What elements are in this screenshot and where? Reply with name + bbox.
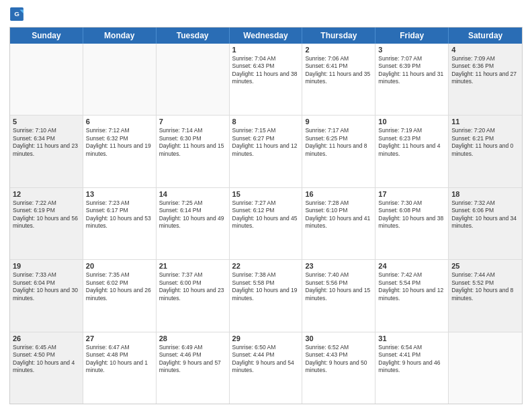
weekday-header-friday: Friday bbox=[375, 28, 449, 44]
cell-info: Sunrise: 7:40 AM Sunset: 5:56 PM Dayligh… bbox=[305, 271, 372, 302]
cell-info: Sunrise: 6:45 AM Sunset: 4:50 PM Dayligh… bbox=[13, 344, 80, 375]
day-cell-8: 8Sunrise: 7:15 AM Sunset: 6:27 PM Daylig… bbox=[230, 116, 303, 187]
cell-info: Sunrise: 7:04 AM Sunset: 6:43 PM Dayligh… bbox=[232, 55, 300, 86]
cell-info: Sunrise: 7:10 AM Sunset: 6:34 PM Dayligh… bbox=[13, 127, 80, 158]
day-cell-1: 1Sunrise: 7:04 AM Sunset: 6:43 PM Daylig… bbox=[230, 44, 303, 115]
calendar-body: 1Sunrise: 7:04 AM Sunset: 6:43 PM Daylig… bbox=[10, 44, 522, 404]
cell-info: Sunrise: 7:12 AM Sunset: 6:32 PM Dayligh… bbox=[86, 127, 153, 158]
day-cell-10: 10Sunrise: 7:19 AM Sunset: 6:23 PM Dayli… bbox=[375, 116, 449, 187]
day-number: 14 bbox=[159, 190, 226, 198]
day-cell-25: 25Sunrise: 7:44 AM Sunset: 5:52 PM Dayli… bbox=[449, 260, 522, 331]
day-number: 11 bbox=[451, 118, 519, 126]
day-cell-15: 15Sunrise: 7:27 AM Sunset: 6:12 PM Dayli… bbox=[230, 188, 303, 259]
day-cell-13: 13Sunrise: 7:23 AM Sunset: 6:17 PM Dayli… bbox=[83, 188, 157, 259]
day-number: 4 bbox=[451, 46, 519, 54]
weekday-header-thursday: Thursday bbox=[302, 28, 375, 44]
calendar: SundayMondayTuesdayWednesdayThursdayFrid… bbox=[9, 27, 523, 404]
calendar-row-4: 26Sunrise: 6:45 AM Sunset: 4:50 PM Dayli… bbox=[10, 332, 522, 404]
cell-info: Sunrise: 6:50 AM Sunset: 4:44 PM Dayligh… bbox=[232, 344, 300, 375]
calendar-row-0: 1Sunrise: 7:04 AM Sunset: 6:43 PM Daylig… bbox=[10, 44, 522, 116]
day-number: 5 bbox=[13, 118, 80, 126]
day-cell-5: 5Sunrise: 7:10 AM Sunset: 6:34 PM Daylig… bbox=[10, 116, 83, 187]
cell-info: Sunrise: 7:30 AM Sunset: 6:08 PM Dayligh… bbox=[378, 199, 445, 230]
weekday-header-tuesday: Tuesday bbox=[157, 28, 230, 44]
day-number: 12 bbox=[13, 190, 80, 198]
day-cell-4: 4Sunrise: 7:09 AM Sunset: 6:36 PM Daylig… bbox=[449, 44, 522, 115]
day-number: 26 bbox=[13, 334, 80, 342]
cell-info: Sunrise: 7:27 AM Sunset: 6:12 PM Dayligh… bbox=[232, 199, 300, 230]
empty-cell bbox=[157, 44, 230, 115]
day-number: 2 bbox=[305, 46, 372, 54]
cell-info: Sunrise: 7:20 AM Sunset: 6:21 PM Dayligh… bbox=[451, 127, 519, 158]
day-number: 7 bbox=[159, 118, 226, 126]
empty-cell bbox=[449, 332, 522, 404]
day-cell-26: 26Sunrise: 6:45 AM Sunset: 4:50 PM Dayli… bbox=[10, 332, 83, 404]
day-cell-30: 30Sunrise: 6:52 AM Sunset: 4:43 PM Dayli… bbox=[302, 332, 375, 404]
day-cell-7: 7Sunrise: 7:14 AM Sunset: 6:30 PM Daylig… bbox=[157, 116, 230, 187]
cell-info: Sunrise: 7:06 AM Sunset: 6:41 PM Dayligh… bbox=[305, 55, 372, 86]
cell-info: Sunrise: 7:09 AM Sunset: 6:36 PM Dayligh… bbox=[451, 55, 519, 86]
weekday-header-sunday: Sunday bbox=[10, 28, 83, 44]
day-number: 24 bbox=[378, 262, 445, 270]
cell-info: Sunrise: 7:38 AM Sunset: 5:58 PM Dayligh… bbox=[232, 271, 300, 302]
day-number: 15 bbox=[232, 190, 300, 198]
cell-info: Sunrise: 7:32 AM Sunset: 6:06 PM Dayligh… bbox=[451, 199, 519, 230]
day-cell-18: 18Sunrise: 7:32 AM Sunset: 6:06 PM Dayli… bbox=[449, 188, 522, 259]
day-cell-19: 19Sunrise: 7:33 AM Sunset: 6:04 PM Dayli… bbox=[10, 260, 83, 331]
calendar-row-1: 5Sunrise: 7:10 AM Sunset: 6:34 PM Daylig… bbox=[10, 116, 522, 187]
day-number: 31 bbox=[378, 334, 445, 342]
day-cell-22: 22Sunrise: 7:38 AM Sunset: 5:58 PM Dayli… bbox=[230, 260, 303, 331]
calendar-row-2: 12Sunrise: 7:22 AM Sunset: 6:19 PM Dayli… bbox=[10, 188, 522, 260]
cell-info: Sunrise: 7:19 AM Sunset: 6:23 PM Dayligh… bbox=[378, 127, 445, 158]
day-number: 9 bbox=[305, 118, 372, 126]
day-cell-27: 27Sunrise: 6:47 AM Sunset: 4:48 PM Dayli… bbox=[83, 332, 157, 404]
day-number: 16 bbox=[305, 190, 372, 198]
weekday-header-wednesday: Wednesday bbox=[230, 28, 303, 44]
cell-info: Sunrise: 6:47 AM Sunset: 4:48 PM Dayligh… bbox=[86, 344, 153, 375]
day-cell-12: 12Sunrise: 7:22 AM Sunset: 6:19 PM Dayli… bbox=[10, 188, 83, 259]
cell-info: Sunrise: 7:23 AM Sunset: 6:17 PM Dayligh… bbox=[86, 199, 153, 230]
cell-info: Sunrise: 7:37 AM Sunset: 6:00 PM Dayligh… bbox=[159, 271, 226, 302]
day-number: 6 bbox=[86, 118, 153, 126]
day-number: 3 bbox=[378, 46, 445, 54]
day-number: 23 bbox=[305, 262, 372, 270]
day-cell-24: 24Sunrise: 7:42 AM Sunset: 5:54 PM Dayli… bbox=[375, 260, 449, 331]
day-cell-20: 20Sunrise: 7:35 AM Sunset: 6:02 PM Dayli… bbox=[83, 260, 157, 331]
day-number: 20 bbox=[86, 262, 153, 270]
cell-info: Sunrise: 7:28 AM Sunset: 6:10 PM Dayligh… bbox=[305, 199, 372, 230]
empty-cell bbox=[10, 44, 83, 115]
day-cell-3: 3Sunrise: 7:07 AM Sunset: 6:39 PM Daylig… bbox=[375, 44, 449, 115]
cell-info: Sunrise: 6:49 AM Sunset: 4:46 PM Dayligh… bbox=[159, 344, 226, 375]
cell-info: Sunrise: 6:54 AM Sunset: 4:41 PM Dayligh… bbox=[378, 344, 445, 375]
empty-cell bbox=[83, 44, 157, 115]
day-cell-9: 9Sunrise: 7:17 AM Sunset: 6:25 PM Daylig… bbox=[302, 116, 375, 187]
day-cell-17: 17Sunrise: 7:30 AM Sunset: 6:08 PM Dayli… bbox=[375, 188, 449, 259]
day-number: 18 bbox=[451, 190, 519, 198]
day-number: 28 bbox=[159, 334, 226, 342]
cell-info: Sunrise: 7:15 AM Sunset: 6:27 PM Dayligh… bbox=[232, 127, 300, 158]
day-number: 1 bbox=[232, 46, 300, 54]
day-cell-28: 28Sunrise: 6:49 AM Sunset: 4:46 PM Dayli… bbox=[157, 332, 230, 404]
day-number: 8 bbox=[232, 118, 300, 126]
cell-info: Sunrise: 7:25 AM Sunset: 6:14 PM Dayligh… bbox=[159, 199, 226, 230]
cell-info: Sunrise: 6:52 AM Sunset: 4:43 PM Dayligh… bbox=[305, 344, 372, 375]
day-cell-23: 23Sunrise: 7:40 AM Sunset: 5:56 PM Dayli… bbox=[302, 260, 375, 331]
cell-info: Sunrise: 7:44 AM Sunset: 5:52 PM Dayligh… bbox=[451, 271, 519, 302]
day-number: 10 bbox=[378, 118, 445, 126]
day-cell-11: 11Sunrise: 7:20 AM Sunset: 6:21 PM Dayli… bbox=[449, 116, 522, 187]
calendar-row-3: 19Sunrise: 7:33 AM Sunset: 6:04 PM Dayli… bbox=[10, 260, 522, 332]
day-number: 25 bbox=[451, 262, 519, 270]
day-number: 17 bbox=[378, 190, 445, 198]
weekday-header-saturday: Saturday bbox=[449, 28, 522, 44]
day-number: 30 bbox=[305, 334, 372, 342]
cell-info: Sunrise: 7:17 AM Sunset: 6:25 PM Dayligh… bbox=[305, 127, 372, 158]
day-number: 22 bbox=[232, 262, 300, 270]
cell-info: Sunrise: 7:33 AM Sunset: 6:04 PM Dayligh… bbox=[13, 271, 80, 302]
day-cell-31: 31Sunrise: 6:54 AM Sunset: 4:41 PM Dayli… bbox=[375, 332, 449, 404]
calendar-page: G SundayMondayTuesdayWednesdayThursdayFr… bbox=[0, 0, 532, 411]
cell-info: Sunrise: 7:35 AM Sunset: 6:02 PM Dayligh… bbox=[86, 271, 153, 302]
cell-info: Sunrise: 7:22 AM Sunset: 6:19 PM Dayligh… bbox=[13, 199, 80, 230]
day-cell-29: 29Sunrise: 6:50 AM Sunset: 4:44 PM Dayli… bbox=[230, 332, 303, 404]
day-number: 29 bbox=[232, 334, 300, 342]
day-number: 13 bbox=[86, 190, 153, 198]
